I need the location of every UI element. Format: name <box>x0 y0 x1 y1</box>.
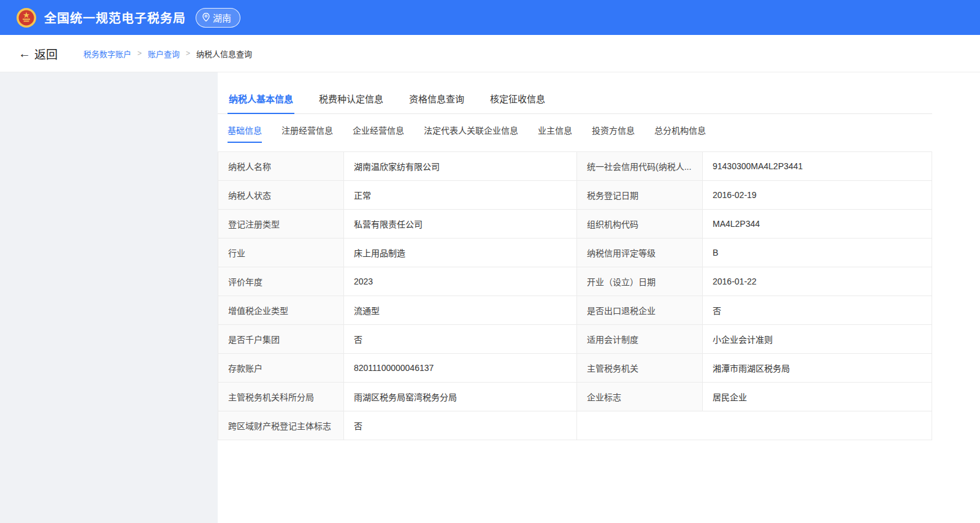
field-label: 开业（设立）日期 <box>577 267 703 296</box>
field-value: 82011100000046137 <box>344 354 577 383</box>
app-header: 全国统一规范电子税务局 湖南 <box>0 0 980 35</box>
field-label: 企业标志 <box>577 383 703 411</box>
subtab-investor-info[interactable]: 投资方信息 <box>592 124 635 143</box>
field-value: 正常 <box>344 181 577 210</box>
field-value: 否 <box>703 296 932 325</box>
field-label: 登记注册类型 <box>218 210 344 239</box>
field-label: 纳税信用评定等级 <box>577 239 703 267</box>
breadcrumb-item-account-query[interactable]: 账户查询 <box>148 48 180 59</box>
subtab-legal-rep-related-enterprise[interactable]: 法定代表人关联企业信息 <box>424 124 518 143</box>
table-row: 主管税务机关科所分局 雨湖区税务局窑湾税务分局 企业标志 居民企业 <box>218 383 932 411</box>
field-label: 适用会计制度 <box>577 325 703 354</box>
field-label: 是否千户集团 <box>218 325 344 354</box>
subtab-owner-info[interactable]: 业主信息 <box>538 124 572 143</box>
field-label: 行业 <box>218 239 344 267</box>
tab-taxpayer-basic-info[interactable]: 纳税人基本信息 <box>228 87 294 114</box>
content-area: 纳税人基本信息 税费种认定信息 资格信息查询 核定征收信息 基础信息 注册经营信… <box>0 72 980 523</box>
field-value: 私营有限责任公司 <box>344 210 577 239</box>
breadcrumb-bar: ← 返回 税务数字账户 > 账户查询 > 纳税人信息查询 <box>0 35 980 72</box>
subtab-head-branch-info[interactable]: 总分机构信息 <box>654 124 706 143</box>
field-label: 评价年度 <box>218 267 344 296</box>
field-value: 2016-01-22 <box>703 267 932 296</box>
breadcrumb-item-current: 纳税人信息查询 <box>196 48 252 59</box>
field-value: 2023 <box>344 267 577 296</box>
location-badge[interactable]: 湖南 <box>196 8 240 28</box>
table-row: 增值税企业类型 流通型 是否出口退税企业 否 <box>218 296 932 325</box>
field-label: 主管税务机关 <box>577 354 703 383</box>
field-label: 统一社会信用代码(纳税人... <box>577 152 703 181</box>
back-arrow-icon: ← <box>18 47 31 59</box>
table-row: 行业 床上用品制造 纳税信用评定等级 B <box>218 239 932 267</box>
empty-cell <box>577 411 932 440</box>
breadcrumb-separator: > <box>137 49 142 58</box>
table-row: 存款账户 82011100000046137 主管税务机关 湘潭市雨湖区税务局 <box>218 354 932 383</box>
subtab-enterprise-business-info[interactable]: 企业经营信息 <box>353 124 404 143</box>
field-label: 是否出口退税企业 <box>577 296 703 325</box>
table-row: 是否千户集团 否 适用会计制度 小企业会计准则 <box>218 325 932 354</box>
field-value: 流通型 <box>344 296 577 325</box>
table-row: 登记注册类型 私营有限责任公司 组织机构代码 MA4L2P344 <box>218 210 932 239</box>
tab-qualification-query[interactable]: 资格信息查询 <box>408 87 465 114</box>
tab-tax-type-determination[interactable]: 税费种认定信息 <box>318 87 385 114</box>
field-value: 小企业会计准则 <box>703 325 932 354</box>
field-value: 91430300MA4L2P3441 <box>703 152 932 181</box>
field-value: 2016-02-19 <box>703 181 932 210</box>
field-value: B <box>703 239 932 267</box>
field-value: 湘潭市雨湖区税务局 <box>703 354 932 383</box>
field-value: 床上用品制造 <box>344 239 577 267</box>
tab-assessed-collection[interactable]: 核定征收信息 <box>489 87 546 114</box>
field-value: 湖南温欣家纺有限公司 <box>344 152 577 181</box>
back-button-label: 返回 <box>34 45 58 62</box>
table-row: 纳税人状态 正常 税务登记日期 2016-02-19 <box>218 181 932 210</box>
location-pin-icon <box>202 13 210 21</box>
left-empty-space <box>0 72 218 523</box>
table-row: 跨区域财产税登记主体标志 否 <box>218 411 932 440</box>
field-value: 居民企业 <box>703 383 932 411</box>
taxpayer-info-panel: 纳税人基本信息 税费种认定信息 资格信息查询 核定征收信息 基础信息 注册经营信… <box>218 72 980 523</box>
app-title: 全国统一规范电子税务局 <box>44 9 186 26</box>
subtab-registered-business-info[interactable]: 注册经营信息 <box>281 124 333 143</box>
field-value: 否 <box>344 325 577 354</box>
table-row: 纳税人名称 湖南温欣家纺有限公司 统一社会信用代码(纳税人... 9143030… <box>218 152 932 181</box>
field-label: 主管税务机关科所分局 <box>218 383 344 411</box>
field-label: 纳税人状态 <box>218 181 344 210</box>
breadcrumb: 税务数字账户 > 账户查询 > 纳税人信息查询 <box>83 48 252 59</box>
breadcrumb-item-tax-digital-account[interactable]: 税务数字账户 <box>83 48 131 59</box>
breadcrumb-separator: > <box>186 49 190 58</box>
field-value: MA4L2P344 <box>703 210 932 239</box>
field-label: 存款账户 <box>218 354 344 383</box>
secondary-tabs: 基础信息 注册经营信息 企业经营信息 法定代表人关联企业信息 业主信息 投资方信… <box>218 114 932 143</box>
primary-tabs: 纳税人基本信息 税费种认定信息 资格信息查询 核定征收信息 <box>218 85 932 114</box>
field-label: 增值税企业类型 <box>218 296 344 325</box>
back-button[interactable]: ← 返回 <box>18 45 58 62</box>
field-label: 纳税人名称 <box>218 152 344 181</box>
field-value: 雨湖区税务局窑湾税务分局 <box>344 383 577 411</box>
table-row: 评价年度 2023 开业（设立）日期 2016-01-22 <box>218 267 932 296</box>
field-label: 组织机构代码 <box>577 210 703 239</box>
taxpayer-info-table: 纳税人名称 湖南温欣家纺有限公司 统一社会信用代码(纳税人... 9143030… <box>218 151 932 440</box>
national-emblem-logo <box>16 7 37 28</box>
field-value: 否 <box>344 411 577 440</box>
location-badge-label: 湖南 <box>213 11 231 24</box>
field-label: 跨区域财产税登记主体标志 <box>218 411 344 440</box>
field-label: 税务登记日期 <box>577 181 703 210</box>
subtab-basic-info[interactable]: 基础信息 <box>228 124 262 143</box>
